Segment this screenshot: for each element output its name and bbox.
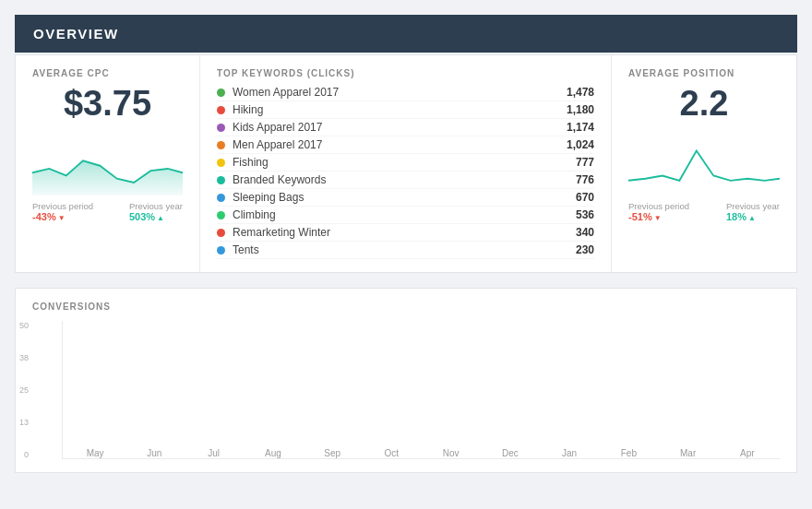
bar-label: Oct [385, 448, 400, 458]
bar-label: Nov [443, 448, 460, 458]
keyword-row: Fishing 777 [217, 154, 594, 172]
cpc-value: $3.75 [32, 84, 183, 124]
keyword-value: 340 [576, 226, 594, 239]
keyword-value: 670 [576, 191, 594, 204]
conversions-title: CONVERSIONS [32, 302, 780, 312]
cpc-mini-chart [32, 131, 183, 195]
cpc-panel: AVERAGE CPC $3.75 Previous period [16, 55, 200, 272]
keyword-value: 776 [576, 173, 594, 186]
avg-pos-year-change: 18% [726, 211, 780, 222]
keyword-dot [217, 106, 225, 114]
keyword-name: Climbing [233, 208, 576, 221]
keyword-name: Women Apparel 2017 [233, 86, 567, 99]
keyword-name: Men Apparel 2017 [233, 138, 567, 151]
cpc-period-change: -43% [32, 211, 93, 222]
bar-group: Apr [721, 444, 774, 458]
bar-group: Mar [662, 444, 715, 458]
cpc-year-change: 503% [129, 211, 183, 222]
keyword-value: 1,024 [567, 138, 594, 151]
bar-group: Jun [127, 444, 181, 458]
avg-pos-value: 2.2 [628, 84, 780, 124]
bar-group: Sep [305, 444, 359, 458]
keyword-row: Sleeping Bags 670 [217, 189, 594, 207]
bar-group: Dec [484, 444, 537, 458]
keyword-dot [217, 229, 225, 237]
keywords-list: Women Apparel 2017 1,478 Hiking 1,180 Ki… [217, 84, 594, 259]
cpc-year-arrow-up [157, 211, 164, 222]
cpc-prev-period: Previous period -43% [32, 201, 93, 222]
avg-pos-prev-period: Previous period -51% [628, 201, 689, 222]
bar-group: Jul [187, 444, 241, 458]
bar-group: May [68, 444, 122, 458]
keywords-label: TOP KEYWORDS (CLICKS) [217, 68, 594, 78]
keyword-row: Kids Apparel 2017 1,174 [217, 119, 594, 136]
keywords-panel: TOP KEYWORDS (CLICKS) Women Apparel 2017… [200, 55, 612, 272]
bar-label: Aug [265, 448, 281, 458]
keyword-name: Hiking [233, 103, 567, 116]
avg-pos-mini-chart [628, 131, 780, 195]
y-axis: 503825130 [6, 321, 29, 459]
bar-label: May [87, 448, 104, 458]
avg-pos-period-row: Previous period -51% Previous year 18% [628, 201, 780, 222]
conversions-section: CONVERSIONS 503825130 May Jun Jul Aug Se… [15, 288, 797, 473]
bar-group: Feb [602, 444, 655, 458]
bar-label: Sep [324, 448, 340, 458]
cpc-label: AVERAGE CPC [32, 68, 183, 78]
bar-label: Apr [740, 448, 755, 458]
keyword-value: 230 [576, 243, 594, 256]
keyword-dot [217, 141, 225, 149]
cpc-period-row: Previous period -43% Previous year 503% [32, 201, 183, 222]
bar-group: Jan [543, 444, 596, 458]
bar-label: Mar [680, 448, 696, 458]
keyword-dot [217, 194, 225, 202]
keyword-dot [217, 124, 225, 132]
cpc-period-arrow-down [58, 211, 66, 222]
keyword-name: Remarketing Winter [233, 226, 576, 239]
avg-position-panel: AVERAGE POSITION 2.2 Previous period -51… [612, 55, 796, 272]
keyword-row: Remarketing Winter 340 [217, 224, 594, 242]
keyword-name: Sleeping Bags [233, 191, 576, 204]
keyword-value: 1,174 [567, 121, 594, 134]
keyword-dot [217, 246, 225, 254]
avg-pos-prev-year: Previous year 18% [726, 201, 780, 222]
keyword-name: Tents [233, 243, 576, 256]
keyword-row: Hiking 1,180 [217, 101, 594, 119]
keyword-row: Branded Keywords 776 [217, 172, 594, 189]
dashboard: OVERVIEW AVERAGE CPC $3.75 [15, 15, 797, 473]
keyword-value: 777 [576, 156, 594, 169]
keyword-value: 1,478 [567, 86, 594, 99]
keyword-name: Fishing [233, 156, 576, 169]
avg-pos-label: AVERAGE POSITION [628, 68, 780, 78]
keyword-row: Tents 230 [217, 242, 594, 259]
y-axis-label: 38 [6, 353, 29, 362]
avg-pos-year-arrow-up [748, 211, 756, 222]
keyword-row: Women Apparel 2017 1,478 [217, 84, 594, 101]
keyword-value: 1,180 [567, 103, 594, 116]
bar-chart-wrapper: 503825130 May Jun Jul Aug Sep Oct Nov De… [32, 321, 780, 459]
keyword-row: Climbing 536 [217, 207, 594, 224]
avg-pos-period-change: -51% [628, 211, 689, 222]
y-axis-label: 13 [6, 418, 29, 427]
keyword-row: Men Apparel 2017 1,024 [217, 136, 594, 154]
avg-pos-period-arrow-down [654, 211, 662, 222]
bar-label: Jun [147, 448, 161, 458]
keyword-name: Kids Apparel 2017 [233, 121, 567, 134]
y-axis-label: 50 [6, 321, 29, 330]
bar-label: Jul [208, 448, 220, 458]
keyword-dot [217, 159, 225, 167]
keyword-value: 536 [576, 208, 594, 221]
keyword-dot [217, 176, 225, 184]
bar-group: Nov [424, 444, 478, 458]
cpc-prev-year: Previous year 503% [129, 201, 183, 222]
bar-group: Aug [246, 444, 300, 458]
overview-title: OVERVIEW [33, 26, 119, 41]
bar-label: Jan [562, 448, 577, 458]
keyword-dot [217, 211, 225, 219]
bar-group: Oct [364, 444, 418, 458]
overview-header: OVERVIEW [15, 15, 797, 53]
keyword-dot [217, 89, 225, 97]
bar-label: Feb [621, 448, 637, 458]
top-section: AVERAGE CPC $3.75 Previous period [15, 54, 797, 273]
y-axis-label: 25 [6, 385, 29, 395]
keyword-name: Branded Keywords [233, 173, 576, 186]
